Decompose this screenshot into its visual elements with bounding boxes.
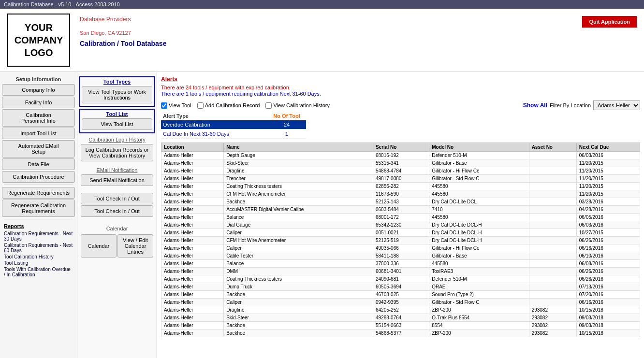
table-cell: Adams-Heller: [161, 237, 224, 244]
table-row[interactable]: Adams-HellerCable Tester58411-188Gilibra…: [161, 252, 640, 260]
table-cell: [529, 183, 576, 190]
view-cal-history-checkbox[interactable]: [265, 102, 272, 109]
table-cell: [529, 268, 576, 275]
due-count-cell: 1: [267, 129, 306, 139]
table-cell: Sound Pro (Type 2): [429, 291, 529, 299]
automated-email-button[interactable]: Automated EMailSetup: [2, 140, 75, 158]
tool-list-title: Tool List: [82, 111, 152, 117]
cal-procedure-button[interactable]: Calibration Procedure: [2, 171, 75, 183]
title-bar-text: Calibration Database - v5.10 - Access 20…: [4, 1, 120, 7]
table-row[interactable]: Adams-HellerBackhoe52125-143Dry Cal DC-L…: [161, 198, 640, 206]
table-cell: Dragline: [224, 167, 373, 175]
view-edit-calendar-button[interactable]: View / Edit Calendar Entries: [117, 234, 153, 258]
table-cell: AccuMASTER Digital Vernier Calipe: [224, 206, 373, 214]
regen-cal-req-button[interactable]: Regenerate Calibration Requirements: [2, 200, 75, 217]
table-cell: 37000-336: [373, 260, 429, 268]
send-email-button[interactable]: Send EMail Notification: [81, 174, 153, 186]
view-tool-types-button[interactable]: View Tool Types or Work Instructions: [82, 86, 152, 103]
header: YOURCOMPANYLOGO Database Providers San D…: [0, 9, 644, 72]
log-cal-records-button[interactable]: Log Calibration Records or View Calibrat…: [81, 144, 153, 161]
view-cal-history-label: View Calibration History: [273, 102, 330, 108]
company-info-block: Database Providers San Diego, CA 92127 C…: [80, 14, 166, 47]
table-row[interactable]: Adams-HellerCoating Thickness testers628…: [161, 183, 640, 190]
tool-check-in-out-button-1[interactable]: Tool Check In / Out: [81, 193, 153, 204]
table-row[interactable]: Adams-HellerCFM Hot Wire Anemometer11673…: [161, 190, 640, 198]
table-row[interactable]: Adams-HellerDragline64205-252ZBP-2002930…: [161, 306, 640, 314]
table-row[interactable]: Adams-HellerSkid-Steer49288-0764Q-Trak P…: [161, 314, 640, 322]
view-tool-list-button[interactable]: View Tool List: [82, 118, 152, 130]
table-cell: Gilibrator - Hi Flow Ce: [429, 167, 529, 175]
regen-req-button[interactable]: Regenerate Requirements: [2, 187, 75, 199]
overdue-alert-row[interactable]: Overdue Calibration 24: [161, 120, 640, 129]
col-next-cal: Next Cal Due: [576, 143, 640, 152]
table-row[interactable]: Adams-HellerCaliper49035-066Gilibrator -…: [161, 244, 640, 252]
facility-info-button[interactable]: Facility Info: [2, 97, 75, 108]
table-row[interactable]: Adams-HellerDragline54868-4784Gilibrator…: [161, 167, 640, 175]
cal-personnel-button[interactable]: CalibrationPersonnel Info: [2, 109, 75, 127]
table-cell: 06/16/2016: [576, 244, 640, 252]
table-row[interactable]: Adams-HellerCaliper0942-9395Gilibrator -…: [161, 299, 640, 306]
report-link-5[interactable]: Tools With Calibration Overdue / In Cali…: [4, 266, 73, 278]
table-cell: [529, 190, 576, 198]
table-row[interactable]: Adams-HellerSkid-Steer55315-341Gilibrato…: [161, 159, 640, 167]
quit-button[interactable]: Quit Application: [582, 16, 637, 28]
data-table-container: Location Name Serial No Model No Asset N…: [161, 143, 640, 337]
table-cell: 445580: [429, 260, 529, 268]
data-file-button[interactable]: Data File: [2, 158, 75, 170]
table-cell: 7410: [429, 206, 529, 214]
table-cell: 58411-188: [373, 252, 429, 260]
table-cell: CFM Hot Wire Anemometer: [224, 190, 373, 198]
title-bar: Calibration Database - v5.10 - Access 20…: [0, 0, 644, 9]
add-cal-record-checkbox-label[interactable]: Add Calibration Record: [197, 102, 260, 109]
report-link-3[interactable]: Tool Calibration History: [4, 254, 73, 260]
table-row[interactable]: Adams-HellerCoating Thickness testers240…: [161, 275, 640, 283]
table-cell: [529, 175, 576, 183]
report-link-4[interactable]: Tool Listing: [4, 260, 73, 266]
table-row[interactable]: Adams-HellerBackhoe54868-5377ZBP-2002930…: [161, 329, 640, 337]
view-tool-checkbox-label[interactable]: View Tool: [161, 102, 191, 109]
table-row[interactable]: Adams-HellerTrencher49817-0080Gilibrator…: [161, 175, 640, 183]
tool-check-in-out-button-2[interactable]: Tool Check In / Out: [81, 205, 153, 217]
table-row[interactable]: Adams-HellerDepth Gauge68016-192Defender…: [161, 152, 640, 159]
calendar-button[interactable]: Calendar: [81, 234, 117, 258]
table-cell: Adams-Heller: [161, 229, 224, 237]
table-cell: 11/20/2015: [576, 159, 640, 167]
table-cell: 64205-252: [373, 306, 429, 314]
filter-label: Filter By Location: [550, 102, 591, 108]
report-link-1[interactable]: Calibration Requirements - Next 30 Days: [4, 230, 73, 242]
table-row[interactable]: Adams-HellerBalance37000-33644558006/08/…: [161, 260, 640, 268]
filter-select[interactable]: Adams-Heller: [593, 100, 640, 110]
table-cell: Adams-Heller: [161, 275, 224, 283]
table-cell: 11/20/2015: [576, 190, 640, 198]
table-row[interactable]: Adams-HellerBalance68001-17244558006/05/…: [161, 214, 640, 221]
show-all-link[interactable]: Show All: [523, 102, 547, 109]
table-row[interactable]: Adams-HellerBackhoe55154-066385542930820…: [161, 322, 640, 329]
import-tool-list-button[interactable]: Import Tool List: [2, 128, 75, 139]
table-row[interactable]: Adams-HellerDial Gauge65342-1230Dry Cal …: [161, 221, 640, 229]
table-row[interactable]: Adams-HellerCFM Hot Wire Anemometer52125…: [161, 237, 640, 244]
col-model: Model No: [429, 143, 529, 152]
table-row[interactable]: Adams-HellerDMM60681-3401ToxiRAE306/26/2…: [161, 268, 640, 275]
table-cell: [529, 167, 576, 175]
table-row[interactable]: Adams-HellerDump Truck60505-3694QRAE07/1…: [161, 283, 640, 291]
company-info-button[interactable]: Company Info: [2, 84, 75, 96]
table-row[interactable]: Adams-HellerBackhoe46708-025Sound Pro (T…: [161, 291, 640, 299]
add-cal-record-checkbox[interactable]: [197, 102, 204, 109]
view-cal-history-checkbox-label[interactable]: View Calibration History: [265, 102, 330, 109]
company-logo: YOURCOMPANYLOGO: [7, 14, 70, 67]
cal-log-title: Calibration Log / History: [81, 137, 153, 143]
table-cell: 54868-4784: [373, 167, 429, 175]
table-cell: DMM: [224, 268, 373, 275]
table-row[interactable]: Adams-HellerAccuMASTER Digital Vernier C…: [161, 206, 640, 214]
table-row[interactable]: Adams-HellerCaliper0051-0021Dry Cal DC-L…: [161, 229, 640, 237]
due-alert-row[interactable]: Cal Due In Next 31-60 Days 1: [161, 129, 640, 139]
report-link-2[interactable]: Calibration Requirements - Next 60 Days: [4, 242, 73, 254]
alert-count-header: No Of Tool: [267, 112, 306, 120]
table-cell: 06/03/2016: [576, 221, 640, 229]
view-tool-checkbox[interactable]: [161, 102, 167, 109]
main-content: Alerts There are 24 tools / equipment wi…: [157, 72, 644, 358]
reports-section: Reports Calibration Requirements - Next …: [0, 221, 77, 280]
table-cell: 293082: [529, 314, 576, 322]
table-body: Adams-HellerDepth Gauge68016-192Defender…: [161, 152, 640, 337]
table-cell: Adams-Heller: [161, 244, 224, 252]
